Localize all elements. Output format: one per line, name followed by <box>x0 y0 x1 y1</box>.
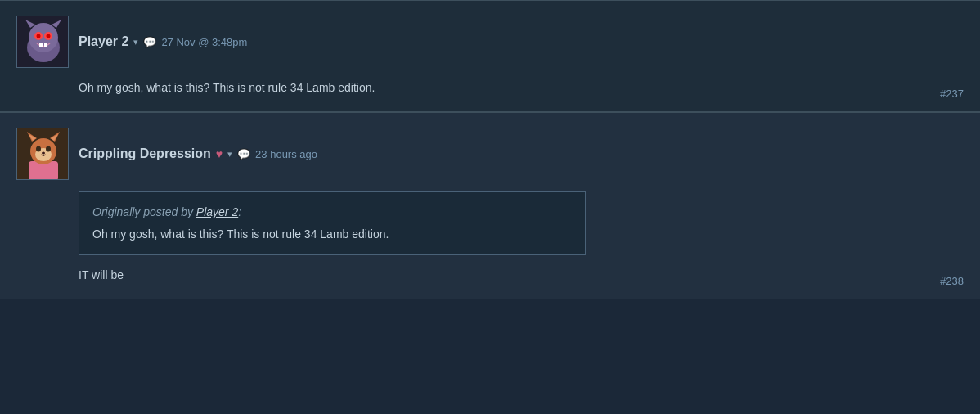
username-area-238: Crippling Depression ♥ ▾ 💬 23 hours ago <box>79 146 317 161</box>
post-237: Player 2 ▾ 💬 27 Nov @ 3:48pm Oh my gosh,… <box>0 0 980 112</box>
post-text-238: IT will be <box>79 267 964 284</box>
svg-rect-10 <box>44 43 47 47</box>
quote-block-238: Originally posted by Player 2: Oh my gos… <box>79 191 586 255</box>
quote-icon-2[interactable]: 💬 <box>237 148 250 160</box>
quote-text-238: Oh my gosh, what is this? This is not ru… <box>92 226 572 243</box>
avatar-player2[interactable] <box>16 16 69 68</box>
svg-rect-9 <box>39 43 43 47</box>
timestamp-238: 23 hours ago <box>255 148 317 160</box>
post-number-238: #238 <box>940 275 964 287</box>
username-player2[interactable]: Player 2 <box>79 34 128 49</box>
quote-icon-1[interactable]: 💬 <box>143 36 156 48</box>
svg-point-19 <box>36 146 41 152</box>
quote-author-link[interactable]: Player 2 <box>196 205 238 218</box>
svg-point-20 <box>46 146 51 152</box>
originally-posted-by-label: Originally posted by <box>92 205 193 218</box>
svg-point-2 <box>29 23 58 52</box>
username-area-237: Player 2 ▾ 💬 27 Nov @ 3:48pm <box>79 34 247 49</box>
post-text-237: Oh my gosh, what is this? This is not ru… <box>79 81 375 94</box>
svg-point-21 <box>42 152 45 155</box>
dropdown-arrow-1[interactable]: ▾ <box>133 37 138 47</box>
quote-author-238: Originally posted by Player 2: <box>92 204 572 221</box>
username-crippling-depression[interactable]: Crippling Depression <box>79 146 211 161</box>
post-header-237: Player 2 ▾ 💬 27 Nov @ 3:48pm <box>16 16 964 68</box>
post-header-238: Crippling Depression ♥ ▾ 💬 23 hours ago <box>16 128 964 180</box>
avatar-crippling-depression[interactable] <box>16 128 69 180</box>
post-238: Crippling Depression ♥ ▾ 💬 23 hours ago … <box>0 112 980 299</box>
post-body-238: Originally posted by Player 2: Oh my gos… <box>79 191 964 284</box>
post-body-237: Oh my gosh, what is this? This is not ru… <box>79 79 964 97</box>
timestamp-237: 27 Nov @ 3:48pm <box>161 36 247 48</box>
svg-point-7 <box>37 34 41 38</box>
heart-icon-238: ♥ <box>216 147 223 160</box>
svg-point-8 <box>47 34 51 38</box>
dropdown-arrow-2[interactable]: ▾ <box>227 149 232 160</box>
post-number-237: #237 <box>940 88 964 100</box>
